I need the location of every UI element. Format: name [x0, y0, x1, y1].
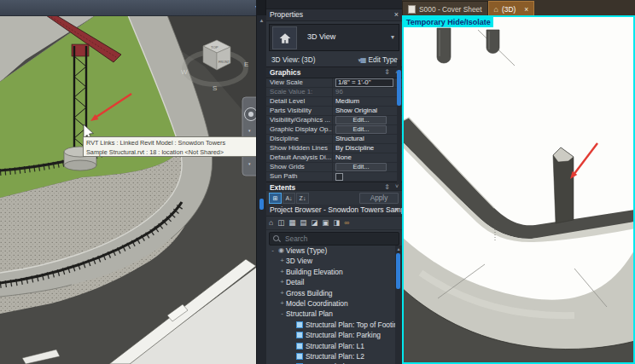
search-input[interactable]: [283, 233, 389, 245]
tree-expander-icon[interactable]: +: [278, 256, 286, 266]
edit-button[interactable]: Edit...: [335, 125, 387, 134]
chevron-down-icon[interactable]: ▾: [391, 33, 394, 41]
tree-item[interactable]: Structural Plan: Parking: [266, 330, 395, 340]
properties-panel: Properties × 3D View ▾ 3D View: (3D) ▾ ▦…: [265, 0, 402, 205]
property-row[interactable]: Scale Value 1:96: [266, 88, 402, 97]
property-value: Edit...: [333, 163, 402, 171]
views-icon[interactable]: ◫: [277, 217, 284, 229]
checkbox[interactable]: [335, 173, 343, 181]
property-row[interactable]: View Scale1/8" = 1'-0": [266, 78, 402, 88]
property-label: Default Analysis Di...: [266, 153, 333, 162]
links-icon[interactable]: ∞: [344, 217, 349, 229]
scroll-down-icon[interactable]: ˅: [395, 183, 399, 189]
tab-close-icon[interactable]: ×: [524, 5, 528, 14]
close-icon[interactable]: ×: [394, 205, 399, 216]
tree-item-label: Structural Plan: L1: [306, 341, 364, 351]
properties-scrollbar[interactable]: ˅: [397, 60, 401, 188]
right-view-area: S000 - Cover Sheet⌂(3D)× Temporary Hide/…: [402, 0, 635, 364]
tree-item[interactable]: +Detail: [266, 277, 395, 287]
schedules-icon[interactable]: ▤: [300, 217, 306, 229]
project-browser-titlebar[interactable]: Project Browser - Snowdon Towers Sample …: [266, 205, 402, 217]
view-top-strip: ▾: [0, 0, 256, 16]
tree-item-label: Structural Plan: L2: [306, 351, 364, 361]
view-tab[interactable]: ⌂(3D)×: [488, 1, 535, 16]
scroll-up-icon[interactable]: ▴: [257, 17, 266, 24]
tree-expander-icon[interactable]: -: [269, 246, 277, 256]
property-row[interactable]: Sun Path: [266, 172, 402, 182]
svg-text:S: S: [213, 84, 217, 92]
sheets-icon[interactable]: ◪: [311, 217, 318, 229]
tree-item[interactable]: Structural Plan: Top of Footing: [266, 320, 395, 330]
property-row[interactable]: Show Hidden LinesBy Discipline: [266, 144, 402, 153]
left-3d-viewport[interactable]: W S E TOP FRONT ▾ ▾ ▾: [0, 0, 256, 364]
property-row[interactable]: Visibility/Graphics ...Edit...: [266, 116, 402, 125]
tree-item[interactable]: Structural Plan: L2: [266, 351, 395, 361]
edit-button[interactable]: Edit...: [335, 163, 387, 171]
sort-asc-icon[interactable]: A↓: [283, 193, 295, 204]
views-type-icon: ◉: [278, 246, 284, 256]
property-label: Discipline: [266, 135, 333, 143]
right-3d-viewport[interactable]: Temporary Hide/Isolate: [402, 15, 635, 364]
groups-icon[interactable]: ◨: [333, 217, 340, 229]
families-icon[interactable]: ▣: [322, 217, 329, 229]
property-row[interactable]: Default Analysis Di...None: [266, 153, 402, 163]
tree-item[interactable]: +Gross Building: [266, 288, 395, 298]
tree-scrollbar[interactable]: ▴: [395, 246, 402, 364]
svg-text:E: E: [244, 61, 248, 68]
tree-expander-icon[interactable]: +: [278, 277, 286, 287]
property-row[interactable]: Detail LevelMedium: [266, 97, 402, 107]
search-box[interactable]: [269, 232, 399, 246]
property-row[interactable]: DisciplineStructural: [266, 135, 402, 144]
scrollbar-thumb[interactable]: [259, 199, 264, 210]
revit-window: W S E TOP FRONT ▾ ▾ ▾: [0, 0, 635, 364]
graphics-section-header[interactable]: Graphics ⇕ ˄: [266, 66, 402, 78]
edit-button[interactable]: Edit...: [335, 116, 387, 124]
svg-text:FRONT: FRONT: [218, 61, 230, 64]
property-row[interactable]: Graphic Display Op...Edit...: [266, 125, 402, 135]
project-icon[interactable]: ⌂: [269, 217, 273, 229]
close-icon[interactable]: ×: [394, 9, 399, 20]
apply-button[interactable]: Apply: [359, 193, 399, 204]
properties-titlebar[interactable]: Properties ×: [266, 9, 402, 21]
tree-item[interactable]: +3D View: [266, 256, 395, 266]
tree-item[interactable]: -◉Views (Type): [266, 246, 395, 256]
tree-expander-icon[interactable]: +: [278, 298, 286, 309]
scrollbar-thumb[interactable]: [396, 253, 400, 289]
tree-item-label: Model Coordination: [286, 298, 348, 309]
tree-item[interactable]: +Building Elevation: [266, 267, 395, 277]
value-input[interactable]: 1/8" = 1'-0": [335, 78, 393, 87]
scrollbar-thumb[interactable]: [397, 70, 401, 106]
tree-item-label: Structural Plan: Parking: [306, 330, 381, 340]
edit-type-label: Edit Type: [369, 55, 398, 64]
tree-item[interactable]: +Model Coordination: [266, 298, 395, 309]
group-by-icon[interactable]: ⊞: [269, 193, 282, 204]
property-value: Medium: [333, 97, 402, 106]
tab-label: (3D): [502, 5, 516, 14]
property-value: Edit...: [333, 116, 402, 124]
project-browser-toolbar: ⌂◫▦▤◪▣◨∞: [266, 217, 402, 230]
tree-expander-icon[interactable]: +: [278, 288, 286, 298]
tree-expander-icon[interactable]: +: [278, 267, 286, 277]
type-selector[interactable]: 3D View ▾: [269, 24, 399, 51]
view-tab[interactable]: S000 - Cover Sheet: [402, 1, 488, 16]
sort-desc-icon[interactable]: Z↓: [296, 193, 309, 204]
pin-icon[interactable]: ⇕: [384, 67, 390, 78]
property-row[interactable]: Show GridsEdit...: [266, 163, 402, 172]
scroll-up-icon[interactable]: ▴: [395, 246, 402, 251]
property-value: 1/8" = 1'-0": [333, 78, 402, 87]
tree-expander-icon[interactable]: -: [278, 309, 286, 319]
tree-item[interactable]: Structural Plan: L1: [266, 341, 395, 351]
view-selector[interactable]: 3D View: (3D) ▾: [269, 55, 363, 66]
right-3d-scene: [404, 17, 633, 362]
property-value: By Discipline: [333, 144, 402, 153]
legends-icon[interactable]: ▦: [288, 217, 295, 229]
edit-type-button[interactable]: ▦Edit Type: [358, 55, 399, 66]
property-label: Show Grids: [266, 163, 333, 171]
svg-text:W: W: [181, 68, 188, 76]
property-row[interactable]: Parts VisibilityShow Original: [266, 107, 402, 116]
tree-item[interactable]: -Structural Plan: [266, 309, 395, 319]
property-value: Show Original: [333, 107, 402, 115]
left-view-scrollbar[interactable]: ▴: [256, 15, 266, 364]
chevron-down-icon[interactable]: ▾: [255, 3, 256, 11]
property-rows: View Scale1/8" = 1'-0"Scale Value 1:96De…: [266, 78, 402, 182]
